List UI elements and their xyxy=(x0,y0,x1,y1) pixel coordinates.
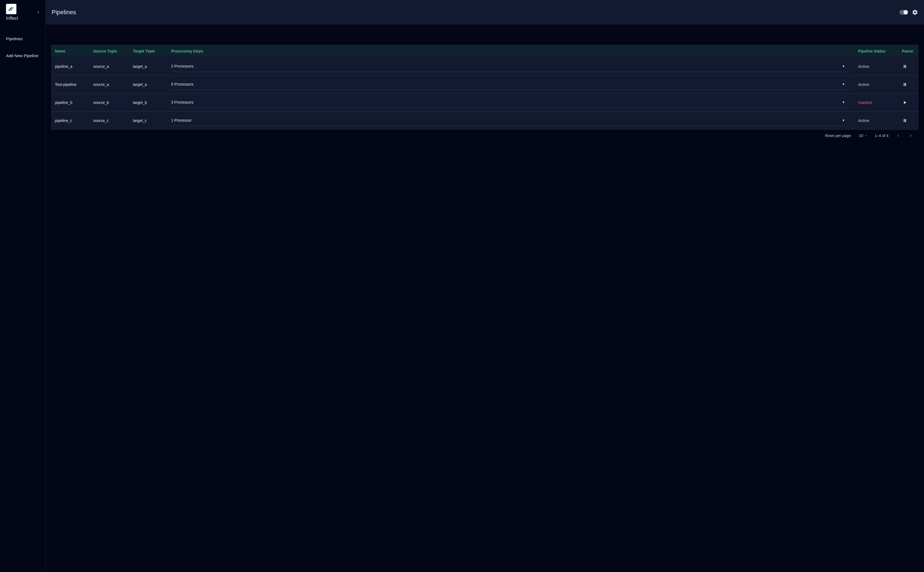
cell-pause xyxy=(898,93,919,112)
pipelines-table: Name Source Topic Target Topic Processin… xyxy=(51,45,919,130)
pause-button[interactable] xyxy=(902,118,908,124)
cell-source: source_a xyxy=(89,75,129,93)
brand-name: Inflect xyxy=(6,16,18,21)
expand-steps-button[interactable]: ▼ xyxy=(842,65,851,68)
table-row: pipeline_csource_ctarget_c1 Processor▼Ac… xyxy=(51,112,919,130)
cell-name: pipeline_a xyxy=(51,58,89,75)
gear-icon xyxy=(912,9,918,15)
cell-target: target_b xyxy=(129,93,167,112)
expand-steps-button[interactable]: ▼ xyxy=(842,101,851,104)
chevron-left-icon xyxy=(896,134,901,138)
sidebar-item-label: Add New Pipeline xyxy=(6,53,38,58)
sidebar: Inflect Pipelines Add New Pipeline xyxy=(0,0,46,572)
chevron-left-icon xyxy=(37,11,40,14)
pause-button[interactable] xyxy=(902,64,908,70)
topbar-actions xyxy=(899,9,918,15)
rows-per-page-value: 10 xyxy=(859,134,863,138)
pause-icon xyxy=(903,65,907,68)
main: Pipelines xyxy=(46,0,924,572)
cell-source: source_c xyxy=(89,112,129,130)
cell-status: Active xyxy=(854,112,898,130)
caret-down-icon xyxy=(865,134,867,137)
rows-per-page-label: Rows per page: xyxy=(825,134,852,138)
topbar: Pipelines xyxy=(46,0,924,25)
cell-steps: 2 Processors▼ xyxy=(167,58,854,75)
pagination-range: 1–4 of 4 xyxy=(874,134,888,138)
pagination-prev[interactable] xyxy=(896,133,901,138)
table-row: pipeline_asource_atarget_a2 Processors▼A… xyxy=(51,58,919,75)
table-row: Test-pipelinesource_atarget_a5 Processor… xyxy=(51,75,919,93)
chevron-right-icon xyxy=(909,134,913,138)
cell-target: target_a xyxy=(129,58,167,75)
status-text: Active xyxy=(858,118,869,123)
cell-target: target_a xyxy=(129,75,167,93)
table-body: pipeline_asource_atarget_a2 Processors▼A… xyxy=(51,58,919,130)
cell-pause xyxy=(898,75,919,93)
svg-rect-5 xyxy=(905,83,906,86)
settings-button[interactable] xyxy=(912,9,918,15)
svg-marker-6 xyxy=(904,101,907,104)
steps-label: 2 Processors xyxy=(171,64,194,68)
steps-label: 5 Processors xyxy=(171,82,194,86)
play-icon xyxy=(903,101,907,104)
pagination: Rows per page: 10 1–4 of 4 xyxy=(51,130,919,138)
pause-icon xyxy=(903,119,907,123)
pause-button[interactable] xyxy=(902,81,908,87)
status-text: Active xyxy=(858,64,869,68)
cell-source: source_a xyxy=(89,58,129,75)
status-text: Inactive xyxy=(858,100,872,105)
sidebar-nav: Pipelines Add New Pipeline xyxy=(0,25,45,62)
column-header-status[interactable]: Pipeline Status xyxy=(854,45,898,58)
svg-rect-8 xyxy=(905,119,906,122)
svg-rect-7 xyxy=(904,119,905,122)
sidebar-item-add-new-pipeline[interactable]: Add New Pipeline xyxy=(0,49,45,62)
play-button[interactable] xyxy=(902,99,908,106)
rows-per-page-select[interactable]: 10 xyxy=(859,134,868,138)
theme-toggle[interactable] xyxy=(899,10,908,15)
column-header-pause[interactable]: Pause xyxy=(898,45,919,58)
expand-steps-button[interactable]: ▼ xyxy=(842,82,851,86)
pagination-next[interactable] xyxy=(908,133,914,138)
content: Name Source Topic Target Topic Processin… xyxy=(46,25,924,572)
cell-status: Inactive xyxy=(854,93,898,112)
svg-rect-2 xyxy=(904,65,905,68)
svg-rect-3 xyxy=(905,65,906,68)
status-text: Active xyxy=(858,82,869,87)
cell-steps: 3 Processors▼ xyxy=(167,93,854,112)
column-header-name[interactable]: Name xyxy=(51,45,89,58)
brand: Inflect xyxy=(6,4,18,21)
brand-logo xyxy=(6,4,16,14)
cell-name: pipeline_b xyxy=(51,93,89,112)
cell-target: target_c xyxy=(129,112,167,130)
cell-source: source_b xyxy=(89,93,129,112)
cell-steps: 1 Processor▼ xyxy=(167,112,854,130)
cell-name: pipeline_c xyxy=(51,112,89,130)
column-header-source[interactable]: Source Topic xyxy=(89,45,129,58)
cell-status: Active xyxy=(854,75,898,93)
sidebar-item-label: Pipelines xyxy=(6,36,23,41)
pause-icon xyxy=(903,82,907,86)
cell-status: Active xyxy=(854,58,898,75)
inflect-logo-icon xyxy=(8,5,15,12)
table-row: pipeline_bsource_btarget_b3 Processors▼I… xyxy=(51,93,919,112)
svg-rect-4 xyxy=(904,83,905,86)
table-header: Name Source Topic Target Topic Processin… xyxy=(51,45,919,58)
steps-label: 1 Processor xyxy=(171,118,192,123)
sidebar-item-pipelines[interactable]: Pipelines xyxy=(0,32,45,45)
expand-steps-button[interactable]: ▼ xyxy=(842,119,851,122)
page-title: Pipelines xyxy=(52,9,76,16)
column-header-target[interactable]: Target Topic xyxy=(129,45,167,58)
toggle-knob xyxy=(904,10,908,14)
cell-name: Test-pipeline xyxy=(51,75,89,93)
sidebar-header: Inflect xyxy=(0,0,45,25)
sidebar-collapse-button[interactable] xyxy=(35,9,42,16)
cell-steps: 5 Processors▼ xyxy=(167,75,854,93)
column-header-steps[interactable]: Processing Steps xyxy=(167,45,854,58)
cell-pause xyxy=(898,58,919,75)
cell-pause xyxy=(898,112,919,130)
steps-label: 3 Processors xyxy=(171,100,194,104)
